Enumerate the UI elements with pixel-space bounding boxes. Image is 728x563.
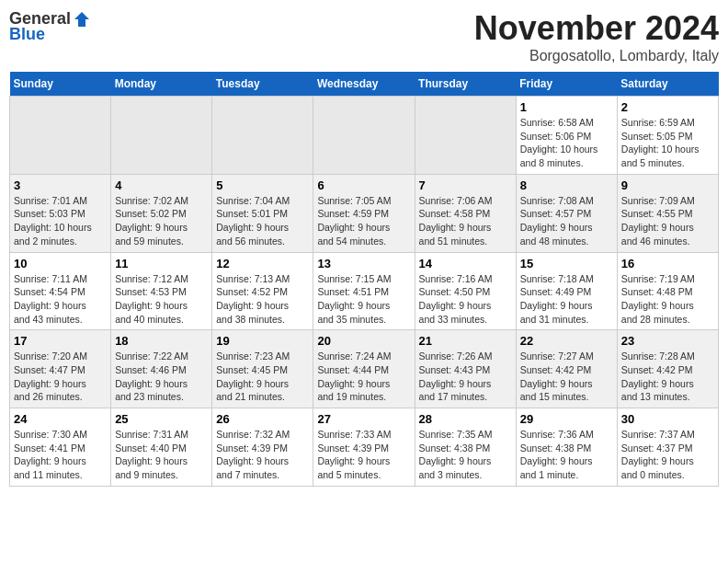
day-cell: 1Sunrise: 6:58 AM Sunset: 5:06 PM Daylig… (516, 97, 617, 175)
day-info: Sunrise: 7:24 AM Sunset: 4:44 PM Dayligh… (317, 350, 410, 404)
day-cell: 2Sunrise: 6:59 AM Sunset: 5:05 PM Daylig… (617, 97, 718, 175)
logo-blue-text: Blue (9, 25, 45, 44)
day-number: 28 (419, 412, 512, 426)
day-info: Sunrise: 7:16 AM Sunset: 4:50 PM Dayligh… (419, 272, 512, 327)
day-number: 12 (216, 257, 309, 270)
day-info: Sunrise: 7:09 AM Sunset: 4:55 PM Dayligh… (621, 194, 714, 248)
header-day-tuesday: Tuesday (212, 72, 313, 97)
day-info: Sunrise: 7:35 AM Sunset: 4:38 PM Dayligh… (419, 428, 512, 482)
day-cell (111, 97, 212, 175)
day-info: Sunrise: 7:28 AM Sunset: 4:42 PM Dayligh… (621, 350, 714, 404)
day-cell: 29Sunrise: 7:36 AM Sunset: 4:38 PM Dayli… (516, 408, 617, 487)
day-info: Sunrise: 7:20 AM Sunset: 4:47 PM Dayligh… (14, 350, 107, 404)
day-cell (415, 97, 516, 175)
day-number: 9 (621, 178, 714, 192)
day-cell: 15Sunrise: 7:18 AM Sunset: 4:49 PM Dayli… (516, 252, 617, 330)
day-cell: 8Sunrise: 7:08 AM Sunset: 4:57 PM Daylig… (516, 174, 617, 252)
day-cell: 23Sunrise: 7:28 AM Sunset: 4:42 PM Dayli… (617, 330, 718, 408)
day-cell: 5Sunrise: 7:04 AM Sunset: 5:01 PM Daylig… (212, 174, 313, 252)
title-area: November 2024 Borgosatollo, Lombardy, It… (474, 9, 719, 64)
day-number: 30 (621, 412, 714, 426)
day-number: 20 (317, 334, 410, 348)
day-info: Sunrise: 7:32 AM Sunset: 4:39 PM Dayligh… (216, 428, 309, 482)
day-number: 13 (317, 257, 410, 270)
day-info: Sunrise: 7:06 AM Sunset: 4:58 PM Dayligh… (419, 194, 512, 248)
day-cell: 19Sunrise: 7:23 AM Sunset: 4:45 PM Dayli… (212, 330, 313, 408)
header-day-sunday: Sunday (10, 72, 111, 97)
day-info: Sunrise: 7:04 AM Sunset: 5:01 PM Dayligh… (216, 194, 309, 248)
day-info: Sunrise: 7:27 AM Sunset: 4:42 PM Dayligh… (520, 350, 613, 404)
day-number: 21 (419, 334, 512, 348)
day-info: Sunrise: 7:12 AM Sunset: 4:53 PM Dayligh… (115, 272, 208, 327)
day-cell: 28Sunrise: 7:35 AM Sunset: 4:38 PM Dayli… (415, 408, 516, 487)
day-info: Sunrise: 7:23 AM Sunset: 4:45 PM Dayligh… (216, 350, 309, 404)
logo: General Blue (9, 9, 91, 44)
day-cell: 12Sunrise: 7:13 AM Sunset: 4:52 PM Dayli… (212, 252, 313, 330)
day-cell: 18Sunrise: 7:22 AM Sunset: 4:46 PM Dayli… (111, 330, 212, 408)
day-number: 19 (216, 334, 309, 348)
week-row-1: 1Sunrise: 6:58 AM Sunset: 5:06 PM Daylig… (10, 97, 719, 175)
day-cell: 6Sunrise: 7:05 AM Sunset: 4:59 PM Daylig… (313, 174, 415, 252)
day-number: 11 (115, 257, 208, 270)
day-info: Sunrise: 7:08 AM Sunset: 4:57 PM Dayligh… (520, 194, 613, 248)
location-title: Borgosatollo, Lombardy, Italy (474, 48, 719, 64)
day-number: 25 (115, 412, 208, 426)
day-number: 18 (115, 334, 208, 348)
day-cell: 20Sunrise: 7:24 AM Sunset: 4:44 PM Dayli… (313, 330, 415, 408)
day-cell (212, 97, 313, 175)
day-number: 16 (621, 257, 714, 270)
day-cell: 14Sunrise: 7:16 AM Sunset: 4:50 PM Dayli… (415, 252, 516, 330)
week-row-3: 10Sunrise: 7:11 AM Sunset: 4:54 PM Dayli… (10, 252, 719, 330)
day-info: Sunrise: 7:05 AM Sunset: 4:59 PM Dayligh… (317, 194, 410, 248)
day-cell: 27Sunrise: 7:33 AM Sunset: 4:39 PM Dayli… (313, 408, 415, 487)
day-info: Sunrise: 7:37 AM Sunset: 4:37 PM Dayligh… (621, 428, 714, 482)
day-number: 24 (14, 412, 107, 426)
week-row-4: 17Sunrise: 7:20 AM Sunset: 4:47 PM Dayli… (10, 330, 719, 408)
day-info: Sunrise: 7:22 AM Sunset: 4:46 PM Dayligh… (115, 350, 208, 404)
day-cell: 24Sunrise: 7:30 AM Sunset: 4:41 PM Dayli… (10, 408, 111, 487)
svg-marker-0 (74, 12, 89, 27)
day-number: 26 (216, 412, 309, 426)
day-number: 23 (621, 334, 714, 348)
calendar-body: 1Sunrise: 6:58 AM Sunset: 5:06 PM Daylig… (10, 97, 719, 487)
day-info: Sunrise: 7:31 AM Sunset: 4:40 PM Dayligh… (115, 428, 208, 482)
day-cell: 17Sunrise: 7:20 AM Sunset: 4:47 PM Dayli… (10, 330, 111, 408)
header-day-monday: Monday (111, 72, 212, 97)
day-cell: 26Sunrise: 7:32 AM Sunset: 4:39 PM Dayli… (212, 408, 313, 487)
day-number: 3 (14, 178, 107, 192)
day-number: 14 (419, 257, 512, 270)
day-cell: 21Sunrise: 7:26 AM Sunset: 4:43 PM Dayli… (415, 330, 516, 408)
day-number: 22 (520, 334, 613, 348)
day-cell (10, 97, 111, 175)
day-cell: 25Sunrise: 7:31 AM Sunset: 4:40 PM Dayli… (111, 408, 212, 487)
month-title: November 2024 (474, 9, 719, 48)
day-info: Sunrise: 7:13 AM Sunset: 4:52 PM Dayligh… (216, 272, 309, 327)
day-info: Sunrise: 7:15 AM Sunset: 4:51 PM Dayligh… (317, 272, 410, 327)
day-info: Sunrise: 7:01 AM Sunset: 5:03 PM Dayligh… (14, 194, 107, 248)
week-row-2: 3Sunrise: 7:01 AM Sunset: 5:03 PM Daylig… (10, 174, 719, 252)
day-info: Sunrise: 6:58 AM Sunset: 5:06 PM Dayligh… (520, 116, 613, 170)
day-cell: 16Sunrise: 7:19 AM Sunset: 4:48 PM Dayli… (617, 252, 718, 330)
day-number: 10 (14, 257, 107, 270)
day-info: Sunrise: 7:33 AM Sunset: 4:39 PM Dayligh… (317, 428, 410, 482)
day-cell: 13Sunrise: 7:15 AM Sunset: 4:51 PM Dayli… (313, 252, 415, 330)
day-number: 2 (621, 100, 714, 114)
day-info: Sunrise: 7:19 AM Sunset: 4:48 PM Dayligh… (621, 272, 714, 327)
day-cell: 7Sunrise: 7:06 AM Sunset: 4:58 PM Daylig… (415, 174, 516, 252)
day-info: Sunrise: 7:36 AM Sunset: 4:38 PM Dayligh… (520, 428, 613, 482)
day-cell: 11Sunrise: 7:12 AM Sunset: 4:53 PM Dayli… (111, 252, 212, 330)
day-number: 5 (216, 178, 309, 192)
day-cell: 10Sunrise: 7:11 AM Sunset: 4:54 PM Dayli… (10, 252, 111, 330)
day-info: Sunrise: 7:02 AM Sunset: 5:02 PM Dayligh… (115, 194, 208, 248)
day-info: Sunrise: 7:26 AM Sunset: 4:43 PM Dayligh… (419, 350, 512, 404)
day-number: 27 (317, 412, 410, 426)
day-number: 1 (520, 100, 613, 114)
day-number: 29 (520, 412, 613, 426)
day-cell (313, 97, 415, 175)
header-day-friday: Friday (516, 72, 617, 97)
day-number: 15 (520, 257, 613, 270)
day-cell: 9Sunrise: 7:09 AM Sunset: 4:55 PM Daylig… (617, 174, 718, 252)
calendar-header: SundayMondayTuesdayWednesdayThursdayFrid… (10, 72, 719, 97)
day-cell: 3Sunrise: 7:01 AM Sunset: 5:03 PM Daylig… (10, 174, 111, 252)
day-cell: 4Sunrise: 7:02 AM Sunset: 5:02 PM Daylig… (111, 174, 212, 252)
